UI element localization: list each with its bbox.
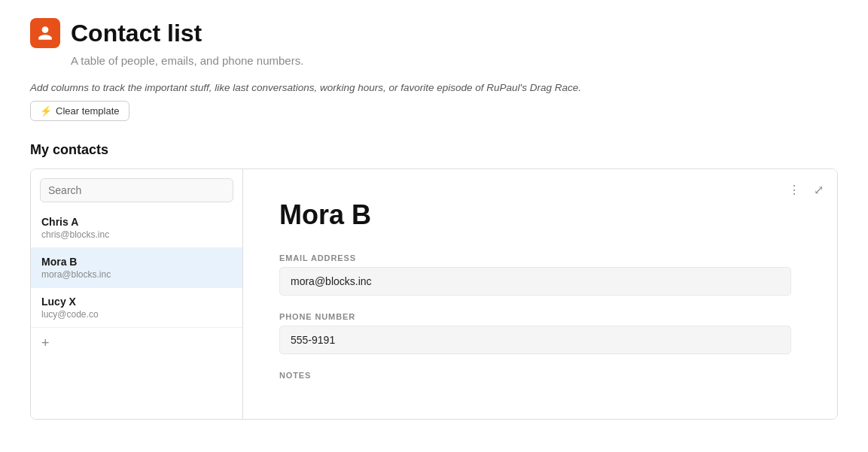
contact-name: Lucy X: [41, 296, 232, 308]
more-options-button[interactable]: ⋮: [785, 180, 803, 200]
phone-label: PHONE NUMBER: [279, 312, 801, 321]
detail-toolbar: ⋮ ⤢: [785, 180, 827, 200]
contact-list-icon: [30, 18, 60, 48]
plus-icon: +: [41, 335, 50, 350]
section-title: My contacts: [30, 142, 838, 158]
add-contact-button[interactable]: +: [31, 328, 242, 359]
phone-field-group: PHONE NUMBER 555-9191: [279, 312, 801, 354]
contact-item-mora-b[interactable]: Mora B mora@blocks.inc: [31, 248, 242, 288]
page-container: Contact list A table of people, emails, …: [0, 0, 868, 438]
contacts-sidebar: Chris A chris@blocks.inc Mora B mora@blo…: [31, 169, 243, 419]
phone-value: 555-9191: [279, 326, 791, 354]
page-subtitle: A table of people, emails, and phone num…: [30, 54, 838, 67]
clear-template-label: Clear template: [56, 105, 120, 117]
contact-name: Mora B: [41, 256, 232, 268]
contact-name: Chris A: [41, 216, 232, 228]
detail-contact-name: Mora B: [279, 199, 801, 231]
search-container: [31, 169, 242, 208]
page-title: Contact list: [71, 20, 202, 47]
expand-icon: ⤢: [814, 183, 824, 197]
contact-email: mora@blocks.inc: [41, 269, 232, 280]
lightning-icon: ⚡: [40, 105, 52, 117]
template-hint: Add columns to track the important stuff…: [30, 82, 838, 93]
detail-panel: ⋮ ⤢ Mora B EMAIL ADDRESS mora@blocks.inc…: [243, 169, 837, 419]
email-value: mora@blocks.inc: [279, 267, 791, 296]
contact-email: chris@blocks.inc: [41, 229, 232, 240]
contact-email: lucy@code.co: [41, 309, 232, 320]
clear-template-button[interactable]: ⚡ Clear template: [30, 101, 129, 121]
search-input[interactable]: [40, 178, 233, 202]
notes-label: NOTES: [279, 371, 801, 380]
email-label: EMAIL ADDRESS: [279, 253, 801, 262]
contact-item-chris-a[interactable]: Chris A chris@blocks.inc: [31, 208, 242, 248]
contacts-container: Chris A chris@blocks.inc Mora B mora@blo…: [30, 168, 838, 420]
contact-item-lucy-x[interactable]: Lucy X lucy@code.co: [31, 288, 242, 328]
email-field-group: EMAIL ADDRESS mora@blocks.inc: [279, 253, 801, 296]
page-header: Contact list: [30, 18, 838, 48]
expand-button[interactable]: ⤢: [811, 180, 827, 200]
dots-vertical-icon: ⋮: [788, 183, 800, 197]
notes-field-group: NOTES: [279, 371, 801, 380]
